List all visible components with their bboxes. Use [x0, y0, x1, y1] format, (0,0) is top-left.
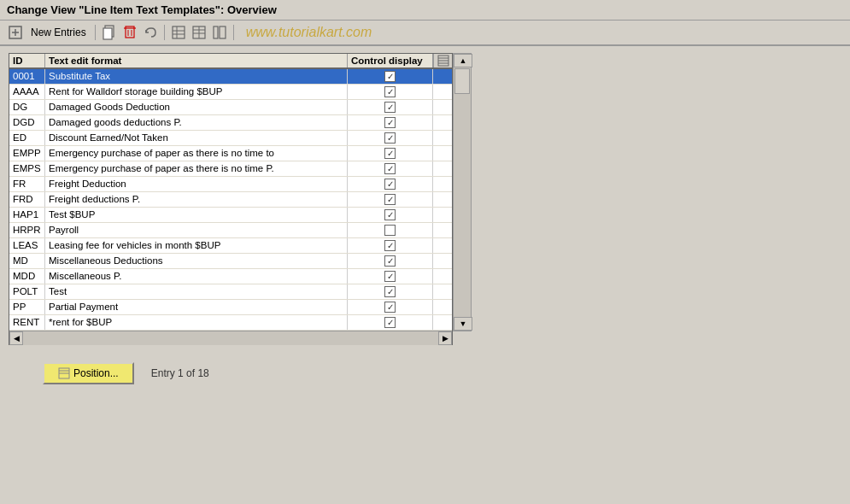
cell-control[interactable] — [348, 161, 433, 176]
cell-text: Partial Payment — [45, 300, 348, 314]
cell-spacer — [433, 115, 452, 130]
checkbox[interactable] — [384, 163, 396, 174]
cell-control[interactable] — [348, 115, 433, 130]
svg-rect-17 — [214, 26, 218, 38]
cell-id: FRD — [9, 192, 45, 207]
position-btn-label: Position... — [73, 367, 119, 379]
cell-id: ED — [9, 131, 45, 145]
cell-text: Miscellaneous P. — [45, 269, 348, 284]
checkbox[interactable] — [384, 179, 396, 190]
table-row[interactable]: DGDDamaged goods deductions P. — [9, 115, 452, 131]
cell-text: Discount Earned/Not Taken — [45, 131, 348, 145]
table-row[interactable]: HRPRPayroll — [9, 223, 452, 238]
undo-icon[interactable] — [142, 24, 159, 41]
table-wrapper: ID Text edit format Control display 0001… — [9, 53, 453, 345]
checkbox[interactable] — [384, 132, 396, 144]
checkbox[interactable] — [384, 102, 396, 113]
checkbox[interactable] — [384, 317, 396, 328]
cell-spacer — [433, 161, 452, 176]
cell-spacer — [433, 131, 452, 145]
col-header-control: Control display — [348, 54, 433, 67]
cell-spacer — [433, 208, 452, 222]
table-row[interactable]: RENT*rent for $BUP — [9, 315, 452, 331]
h-scroll-track[interactable] — [23, 331, 438, 345]
cell-spacer — [433, 254, 452, 268]
title-bar: Change View "Line Item Text Templates": … — [0, 0, 850, 21]
cell-control[interactable] — [348, 192, 433, 207]
cell-spacer — [433, 269, 452, 284]
checkbox[interactable] — [384, 302, 396, 313]
table-row[interactable]: LEASLeasing fee for vehicles in month $B… — [9, 238, 452, 254]
checkbox[interactable] — [384, 71, 396, 82]
v-scroll-track — [454, 67, 471, 317]
cell-id: RENT — [9, 315, 45, 330]
cell-text: Freight deductions P. — [45, 192, 348, 207]
cell-control[interactable] — [348, 85, 433, 99]
toolbar-separator-2 — [164, 25, 165, 40]
checkbox[interactable] — [384, 286, 396, 297]
scroll-left-button[interactable]: ◀ — [9, 331, 23, 345]
table-row[interactable]: EMPSEmergency purchase of paper as there… — [9, 161, 452, 177]
checkbox[interactable] — [384, 117, 396, 128]
delete-icon[interactable] — [121, 24, 138, 41]
svg-rect-18 — [220, 26, 226, 38]
table-row[interactable]: FRFreight Deduction — [9, 177, 452, 192]
horizontal-scrollbar[interactable]: ◀ ▶ — [9, 331, 452, 344]
cell-spacer — [433, 300, 452, 314]
cell-text: Test — [45, 284, 348, 299]
table-row[interactable]: 0001Substitute Tax — [9, 69, 452, 85]
cell-control[interactable] — [348, 208, 433, 222]
new-entries-button[interactable]: New Entries — [27, 26, 90, 39]
checkbox[interactable] — [384, 86, 396, 97]
checkbox[interactable] — [384, 148, 396, 159]
cell-control[interactable] — [348, 300, 433, 314]
copy-icon[interactable] — [101, 24, 118, 41]
table-row[interactable]: EMPPEmergency purchase of paper as there… — [9, 146, 452, 161]
cell-spacer — [433, 238, 452, 253]
column-settings-button[interactable] — [433, 54, 452, 67]
cell-control[interactable] — [348, 100, 433, 114]
table-icon-1[interactable] — [170, 24, 187, 41]
cell-control[interactable] — [348, 284, 433, 299]
table-row[interactable]: EDDiscount Earned/Not Taken — [9, 131, 452, 146]
cell-control[interactable] — [348, 146, 433, 161]
cell-id: DG — [9, 100, 45, 114]
svg-rect-9 — [173, 26, 185, 38]
checkbox[interactable] — [384, 255, 396, 267]
table-row[interactable]: DGDamaged Goods Deduction — [9, 100, 452, 115]
new-entries-icon[interactable] — [7, 24, 24, 41]
cell-id: MD — [9, 254, 45, 268]
checkbox[interactable] — [384, 209, 396, 220]
cell-text: Freight Deduction — [45, 177, 348, 191]
cell-control[interactable] — [348, 269, 433, 284]
table-row[interactable]: MDMiscellaneous Deductions — [9, 254, 452, 269]
checkbox[interactable] — [384, 240, 396, 251]
position-button[interactable]: Position... — [43, 362, 134, 384]
cell-id: HRPR — [9, 223, 45, 237]
cell-control[interactable] — [348, 254, 433, 268]
checkbox[interactable] — [384, 271, 396, 282]
cell-id: HAP1 — [9, 208, 45, 222]
cell-control[interactable] — [348, 177, 433, 191]
cell-id: 0001 — [9, 69, 45, 84]
table-row[interactable]: AAAARent for Walldorf storage building $… — [9, 85, 452, 100]
table-row[interactable]: POLTTest — [9, 284, 452, 300]
cell-control[interactable] — [348, 315, 433, 330]
scroll-right-button[interactable]: ▶ — [438, 331, 452, 345]
table-row[interactable]: PPPartial Payment — [9, 300, 452, 315]
table-icon-2[interactable] — [191, 24, 208, 41]
cell-control[interactable] — [348, 69, 433, 84]
v-scroll-thumb[interactable] — [454, 68, 470, 94]
column-config-icon[interactable] — [211, 24, 228, 41]
cell-control[interactable] — [348, 223, 433, 237]
table-row[interactable]: HAP1Test $BUP — [9, 208, 452, 223]
cell-control[interactable] — [348, 131, 433, 145]
cell-control[interactable] — [348, 238, 433, 253]
vertical-scrollbar[interactable]: ▲ ▼ — [453, 53, 472, 331]
table-row[interactable]: MDDMiscellaneous P. — [9, 269, 452, 284]
scroll-down-button[interactable]: ▼ — [454, 317, 472, 331]
table-row[interactable]: FRDFreight deductions P. — [9, 192, 452, 208]
scroll-up-button[interactable]: ▲ — [454, 54, 472, 67]
checkbox[interactable] — [384, 225, 396, 236]
checkbox[interactable] — [384, 194, 396, 205]
